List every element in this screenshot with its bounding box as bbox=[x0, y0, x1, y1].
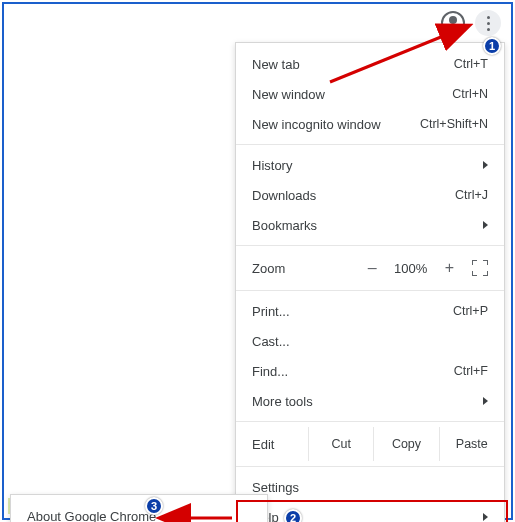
fullscreen-icon[interactable] bbox=[472, 260, 488, 276]
annotation-badge-3: 3 bbox=[145, 497, 163, 515]
menu-label: Cast... bbox=[252, 334, 488, 349]
annotation-badge-2: 2 bbox=[284, 509, 302, 522]
menu-label: Bookmarks bbox=[252, 218, 475, 233]
profile-icon[interactable] bbox=[441, 11, 465, 35]
menu-label: New incognito window bbox=[252, 117, 420, 132]
menu-label: New window bbox=[252, 87, 452, 102]
zoom-label: Zoom bbox=[252, 261, 360, 276]
menu-label: New tab bbox=[252, 57, 454, 72]
menu-item-cast[interactable]: Cast... bbox=[236, 326, 504, 356]
menu-label: Downloads bbox=[252, 188, 455, 203]
menu-label: More tools bbox=[252, 394, 475, 409]
menu-item-edit-row: Edit Cut Copy Paste bbox=[236, 427, 504, 461]
menu-item-new-window[interactable]: New window Ctrl+N bbox=[236, 79, 504, 109]
chevron-right-icon bbox=[483, 161, 488, 169]
menu-item-incognito[interactable]: New incognito window Ctrl+Shift+N bbox=[236, 109, 504, 139]
menu-separator bbox=[236, 290, 504, 291]
menu-shortcut: Ctrl+T bbox=[454, 57, 488, 71]
menu-shortcut: Ctrl+N bbox=[452, 87, 488, 101]
menu-label: Print... bbox=[252, 304, 453, 319]
edit-cut-button[interactable]: Cut bbox=[308, 427, 373, 461]
menu-item-history[interactable]: History bbox=[236, 150, 504, 180]
zoom-in-button[interactable]: + bbox=[445, 259, 454, 277]
menu-label: About Google Chrome bbox=[27, 509, 251, 523]
menu-item-print[interactable]: Print... Ctrl+P bbox=[236, 296, 504, 326]
menu-label: Find... bbox=[252, 364, 454, 379]
menu-label: History bbox=[252, 158, 475, 173]
menu-item-help[interactable]: Help bbox=[236, 502, 504, 522]
menu-shortcut: Ctrl+J bbox=[455, 188, 488, 202]
menu-item-find[interactable]: Find... Ctrl+F bbox=[236, 356, 504, 386]
menu-separator bbox=[236, 144, 504, 145]
window-frame: New tab Ctrl+T New window Ctrl+N New inc… bbox=[2, 2, 513, 520]
menu-shortcut: Ctrl+P bbox=[453, 304, 488, 318]
zoom-out-button[interactable]: – bbox=[368, 259, 377, 277]
menu-item-bookmarks[interactable]: Bookmarks bbox=[236, 210, 504, 240]
menu-label: Settings bbox=[252, 480, 488, 495]
zoom-value: 100% bbox=[391, 261, 431, 276]
menu-item-downloads[interactable]: Downloads Ctrl+J bbox=[236, 180, 504, 210]
edit-label: Edit bbox=[236, 427, 308, 461]
chevron-right-icon bbox=[483, 397, 488, 405]
menu-item-zoom: Zoom – 100% + bbox=[236, 251, 504, 285]
annotation-badge-1: 1 bbox=[483, 37, 501, 55]
menu-shortcut: Ctrl+F bbox=[454, 364, 488, 378]
help-submenu: About Google Chrome Help center Report a… bbox=[10, 494, 268, 522]
menu-item-more-tools[interactable]: More tools bbox=[236, 386, 504, 416]
menu-separator bbox=[236, 421, 504, 422]
chevron-right-icon bbox=[483, 221, 488, 229]
menu-shortcut: Ctrl+Shift+N bbox=[420, 117, 488, 131]
chrome-main-menu: New tab Ctrl+T New window Ctrl+N New inc… bbox=[235, 42, 505, 522]
menu-separator bbox=[236, 245, 504, 246]
chevron-right-icon bbox=[483, 513, 488, 521]
chrome-menu-button[interactable] bbox=[475, 10, 501, 36]
browser-toolbar bbox=[441, 10, 501, 36]
menu-item-settings[interactable]: Settings bbox=[236, 472, 504, 502]
edit-paste-button[interactable]: Paste bbox=[439, 427, 504, 461]
menu-item-new-tab[interactable]: New tab Ctrl+T bbox=[236, 49, 504, 79]
submenu-item-about-chrome[interactable]: About Google Chrome bbox=[11, 501, 267, 522]
menu-separator bbox=[236, 466, 504, 467]
edit-copy-button[interactable]: Copy bbox=[373, 427, 438, 461]
